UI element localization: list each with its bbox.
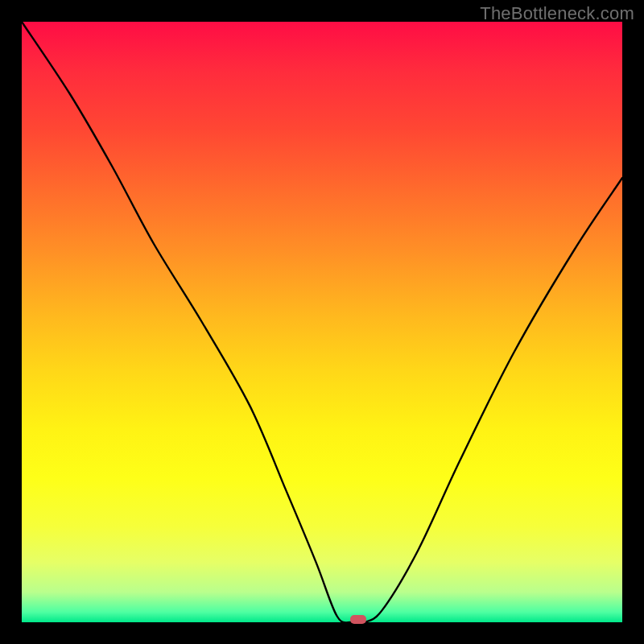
- watermark-text: TheBottleneck.com: [480, 3, 634, 24]
- plot-area: [22, 22, 622, 622]
- optimum-marker: [350, 615, 366, 624]
- chart-frame: TheBottleneck.com: [0, 0, 644, 644]
